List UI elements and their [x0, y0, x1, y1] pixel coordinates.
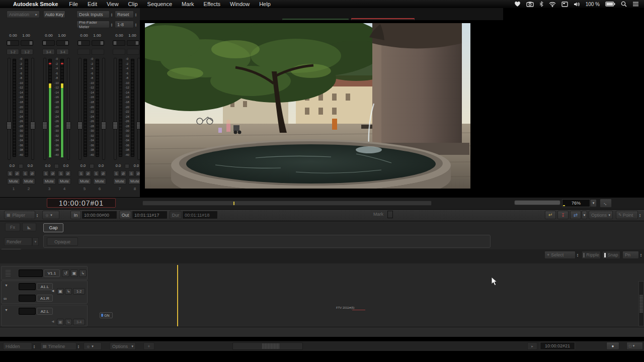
- a1-bus-label[interactable]: 1-2: [73, 288, 85, 295]
- pan-box[interactable]: [125, 164, 129, 168]
- track-cycle-icon[interactable]: ↺: [62, 269, 69, 277]
- wifi-icon[interactable]: [549, 2, 556, 7]
- volume-icon[interactable]: [574, 2, 580, 7]
- player-settings-dropdown[interactable]: ☼▾: [42, 211, 59, 219]
- solo-button[interactable]: S: [58, 170, 64, 176]
- battery-icon[interactable]: [605, 2, 615, 7]
- display-dropdown[interactable]: □▾: [626, 342, 643, 350]
- opaque-button[interactable]: Opaque: [47, 237, 78, 246]
- fader-handle[interactable]: [7, 122, 12, 129]
- list-icon[interactable]: [632, 2, 639, 7]
- slider-handle[interactable]: [65, 41, 68, 45]
- phase-button[interactable]: Ø: [120, 170, 126, 176]
- player-view-stepper[interactable]: ▴▾: [35, 211, 39, 219]
- fx-button[interactable]: Fx: [5, 223, 20, 231]
- multiplier-slider[interactable]: [21, 40, 33, 46]
- fader-handle[interactable]: [113, 122, 118, 129]
- menu-file[interactable]: File: [69, 1, 78, 7]
- audio2-track-header[interactable]: ▼ A2.L ◄ ▣ ↳ 3-4: [1, 305, 88, 326]
- pre-fader-meter-dropdown[interactable]: Pre-Fader Meter: [76, 21, 110, 28]
- a2-lock-icon[interactable]: ▣: [57, 319, 64, 325]
- menu-effects[interactable]: Effects: [204, 1, 220, 7]
- search-icon[interactable]: [621, 1, 627, 7]
- fader-handle[interactable]: [42, 122, 47, 129]
- timeline-playhead[interactable]: [177, 265, 178, 326]
- player-options-dropdown[interactable]: Options▾: [589, 211, 613, 219]
- bus-select[interactable]: 1-2: [7, 49, 19, 55]
- mute-button[interactable]: Mute: [58, 178, 71, 185]
- mute-button[interactable]: Mute: [7, 178, 20, 185]
- fader-handle[interactable]: [77, 122, 83, 129]
- gain-slider[interactable]: [42, 40, 55, 46]
- channel-range-stepper[interactable]: ▴▾: [134, 21, 138, 28]
- pan-box[interactable]: [90, 164, 94, 168]
- in-point-field[interactable]: 10:00:00#00: [82, 211, 117, 219]
- video-track-label[interactable]: V1.1: [44, 269, 60, 277]
- insert-down-icon[interactable]: ↧: [557, 211, 569, 219]
- slider-handle[interactable]: [136, 41, 138, 45]
- loop-return-icon[interactable]: ↵: [545, 211, 556, 219]
- battery-percent[interactable]: 100 %: [586, 2, 600, 7]
- gain-badge[interactable]: GN: [100, 312, 113, 318]
- viewer-scrub-bar[interactable]: [142, 201, 432, 206]
- video-track-name-field[interactable]: [19, 269, 43, 277]
- player-view-dropdown[interactable]: ▦ Player: [4, 211, 35, 219]
- bus-select[interactable]: 1-2: [21, 49, 33, 55]
- phase-button[interactable]: Ø: [85, 170, 91, 176]
- view-mode-stepper[interactable]: ▴▾: [76, 342, 80, 350]
- mute-button[interactable]: Mute: [22, 178, 35, 185]
- gain-slider[interactable]: [7, 40, 19, 46]
- animation-dropdown[interactable]: Animation▸: [7, 11, 40, 18]
- gap-effect-bar[interactable]: Opaque: [43, 235, 491, 248]
- menu-sequence[interactable]: Sequence: [147, 1, 173, 7]
- menu-view[interactable]: View: [107, 1, 119, 7]
- a2l-name-field[interactable]: [19, 308, 36, 315]
- solo-button[interactable]: S: [7, 170, 13, 176]
- slider-handle[interactable]: [30, 41, 32, 45]
- timeline-zoom-handle[interactable]: [262, 343, 279, 349]
- scrub-position-marker[interactable]: [233, 202, 234, 205]
- menu-edit[interactable]: Edit: [88, 1, 97, 7]
- collapse-arrow-icon[interactable]: ▼: [5, 284, 8, 287]
- fader-track[interactable]: [78, 58, 82, 160]
- track-lock-icon[interactable]: ▣: [70, 269, 78, 277]
- reset-dropdown[interactable]: Reset: [115, 11, 134, 18]
- bottom-timecode-field[interactable]: 10:00:02#21: [540, 342, 575, 350]
- goto-arrow-button[interactable]: ▸: [527, 342, 537, 350]
- menu-mark[interactable]: Mark: [182, 1, 194, 7]
- channel-range-dropdown[interactable]: 1-8: [115, 21, 134, 28]
- bus-select[interactable]: 3-4: [42, 49, 55, 55]
- pn-stepper[interactable]: ▴▾: [639, 251, 643, 259]
- hidden-stepper[interactable]: ▴▾: [32, 342, 36, 350]
- solo-button[interactable]: S: [93, 170, 99, 176]
- pan-box[interactable]: [54, 164, 59, 168]
- bottom-options-dropdown[interactable]: Options▾: [110, 342, 136, 350]
- timeline-zoom-scrollbar[interactable]: [232, 342, 303, 350]
- a2l-label[interactable]: A2.L: [37, 308, 53, 315]
- render-dropdown-arrow[interactable]: ▾: [32, 237, 39, 246]
- current-timecode[interactable]: 10:00:07#01: [47, 198, 116, 208]
- add-button[interactable]: +: [143, 342, 154, 350]
- audio-waveform[interactable]: [89, 305, 644, 326]
- a1l-name-field[interactable]: [19, 283, 36, 290]
- swap-dropdown-arrow[interactable]: ▾: [582, 211, 587, 219]
- solo-button[interactable]: S: [22, 170, 28, 176]
- render-dropdown[interactable]: Render: [4, 237, 32, 246]
- solo-button[interactable]: S: [113, 170, 119, 176]
- a2-bus-label[interactable]: 3-4: [73, 319, 85, 325]
- pan-zoom-icon[interactable]: ↔: [600, 199, 612, 208]
- slider-handle[interactable]: [101, 41, 103, 45]
- a1r-label[interactable]: A1.R: [37, 295, 53, 302]
- menu-help[interactable]: Help: [259, 1, 271, 7]
- bus-select[interactable]: [127, 49, 139, 55]
- slider-handle[interactable]: [43, 41, 46, 45]
- swap-icon[interactable]: ⇄: [570, 211, 581, 219]
- bus-select[interactable]: [113, 49, 125, 55]
- menu-window[interactable]: Window: [230, 1, 250, 7]
- gain-slider[interactable]: [77, 40, 90, 46]
- point-stepper[interactable]: ▴▾: [638, 211, 642, 219]
- solo-button[interactable]: S: [128, 170, 134, 176]
- app-icon[interactable]: [514, 1, 521, 7]
- bus-select[interactable]: [77, 49, 90, 55]
- solo-button[interactable]: S: [78, 170, 84, 176]
